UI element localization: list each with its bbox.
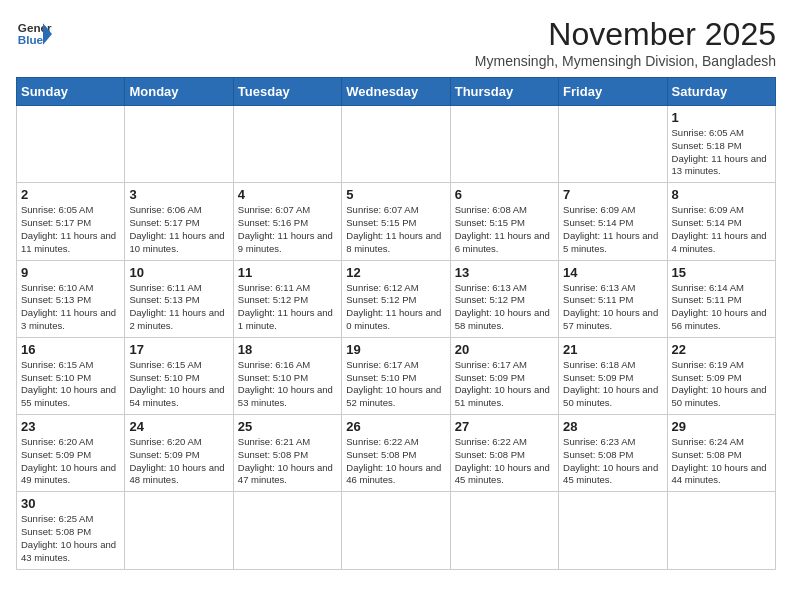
day-cell: 15Sunrise: 6:14 AM Sunset: 5:11 PM Dayli… — [667, 260, 775, 337]
day-number: 3 — [129, 187, 228, 202]
day-info: Sunrise: 6:09 AM Sunset: 5:14 PM Dayligh… — [672, 204, 771, 255]
day-number: 24 — [129, 419, 228, 434]
day-number: 8 — [672, 187, 771, 202]
day-cell: 11Sunrise: 6:11 AM Sunset: 5:12 PM Dayli… — [233, 260, 341, 337]
day-info: Sunrise: 6:06 AM Sunset: 5:17 PM Dayligh… — [129, 204, 228, 255]
day-info: Sunrise: 6:22 AM Sunset: 5:08 PM Dayligh… — [346, 436, 445, 487]
day-cell: 25Sunrise: 6:21 AM Sunset: 5:08 PM Dayli… — [233, 415, 341, 492]
day-cell — [125, 106, 233, 183]
day-number: 9 — [21, 265, 120, 280]
day-number: 13 — [455, 265, 554, 280]
day-number: 10 — [129, 265, 228, 280]
day-number: 6 — [455, 187, 554, 202]
day-info: Sunrise: 6:18 AM Sunset: 5:09 PM Dayligh… — [563, 359, 662, 410]
day-info: Sunrise: 6:15 AM Sunset: 5:10 PM Dayligh… — [21, 359, 120, 410]
day-cell: 22Sunrise: 6:19 AM Sunset: 5:09 PM Dayli… — [667, 337, 775, 414]
day-info: Sunrise: 6:05 AM Sunset: 5:17 PM Dayligh… — [21, 204, 120, 255]
day-number: 19 — [346, 342, 445, 357]
day-number: 2 — [21, 187, 120, 202]
week-row-2: 2Sunrise: 6:05 AM Sunset: 5:17 PM Daylig… — [17, 183, 776, 260]
weekday-header-wednesday: Wednesday — [342, 78, 450, 106]
day-cell: 7Sunrise: 6:09 AM Sunset: 5:14 PM Daylig… — [559, 183, 667, 260]
weekday-header-row: SundayMondayTuesdayWednesdayThursdayFrid… — [17, 78, 776, 106]
day-cell — [125, 492, 233, 569]
day-cell — [450, 492, 558, 569]
day-number: 4 — [238, 187, 337, 202]
day-cell — [17, 106, 125, 183]
day-number: 17 — [129, 342, 228, 357]
logo-icon: General Blue — [16, 16, 52, 52]
day-cell — [342, 106, 450, 183]
day-info: Sunrise: 6:08 AM Sunset: 5:15 PM Dayligh… — [455, 204, 554, 255]
day-number: 28 — [563, 419, 662, 434]
day-info: Sunrise: 6:25 AM Sunset: 5:08 PM Dayligh… — [21, 513, 120, 564]
day-info: Sunrise: 6:20 AM Sunset: 5:09 PM Dayligh… — [129, 436, 228, 487]
day-info: Sunrise: 6:07 AM Sunset: 5:15 PM Dayligh… — [346, 204, 445, 255]
day-info: Sunrise: 6:13 AM Sunset: 5:11 PM Dayligh… — [563, 282, 662, 333]
logo: General Blue — [16, 16, 52, 52]
day-cell: 12Sunrise: 6:12 AM Sunset: 5:12 PM Dayli… — [342, 260, 450, 337]
day-cell — [559, 106, 667, 183]
weekday-header-monday: Monday — [125, 78, 233, 106]
day-cell: 16Sunrise: 6:15 AM Sunset: 5:10 PM Dayli… — [17, 337, 125, 414]
day-number: 5 — [346, 187, 445, 202]
day-number: 29 — [672, 419, 771, 434]
day-cell: 5Sunrise: 6:07 AM Sunset: 5:15 PM Daylig… — [342, 183, 450, 260]
day-number: 18 — [238, 342, 337, 357]
day-number: 25 — [238, 419, 337, 434]
day-cell: 18Sunrise: 6:16 AM Sunset: 5:10 PM Dayli… — [233, 337, 341, 414]
day-cell: 4Sunrise: 6:07 AM Sunset: 5:16 PM Daylig… — [233, 183, 341, 260]
day-number: 23 — [21, 419, 120, 434]
weekday-header-tuesday: Tuesday — [233, 78, 341, 106]
week-row-1: 1Sunrise: 6:05 AM Sunset: 5:18 PM Daylig… — [17, 106, 776, 183]
weekday-header-friday: Friday — [559, 78, 667, 106]
weekday-header-saturday: Saturday — [667, 78, 775, 106]
day-info: Sunrise: 6:09 AM Sunset: 5:14 PM Dayligh… — [563, 204, 662, 255]
day-number: 14 — [563, 265, 662, 280]
title-section: November 2025 Mymensingh, Mymensingh Div… — [475, 16, 776, 69]
day-cell: 13Sunrise: 6:13 AM Sunset: 5:12 PM Dayli… — [450, 260, 558, 337]
day-number: 7 — [563, 187, 662, 202]
weekday-header-sunday: Sunday — [17, 78, 125, 106]
day-cell: 3Sunrise: 6:06 AM Sunset: 5:17 PM Daylig… — [125, 183, 233, 260]
day-cell: 26Sunrise: 6:22 AM Sunset: 5:08 PM Dayli… — [342, 415, 450, 492]
day-info: Sunrise: 6:19 AM Sunset: 5:09 PM Dayligh… — [672, 359, 771, 410]
day-info: Sunrise: 6:11 AM Sunset: 5:13 PM Dayligh… — [129, 282, 228, 333]
day-cell — [559, 492, 667, 569]
day-cell — [667, 492, 775, 569]
day-info: Sunrise: 6:15 AM Sunset: 5:10 PM Dayligh… — [129, 359, 228, 410]
day-info: Sunrise: 6:22 AM Sunset: 5:08 PM Dayligh… — [455, 436, 554, 487]
day-cell — [233, 106, 341, 183]
day-cell: 28Sunrise: 6:23 AM Sunset: 5:08 PM Dayli… — [559, 415, 667, 492]
day-info: Sunrise: 6:11 AM Sunset: 5:12 PM Dayligh… — [238, 282, 337, 333]
day-number: 20 — [455, 342, 554, 357]
day-cell: 23Sunrise: 6:20 AM Sunset: 5:09 PM Dayli… — [17, 415, 125, 492]
day-cell: 30Sunrise: 6:25 AM Sunset: 5:08 PM Dayli… — [17, 492, 125, 569]
day-number: 30 — [21, 496, 120, 511]
week-row-5: 23Sunrise: 6:20 AM Sunset: 5:09 PM Dayli… — [17, 415, 776, 492]
month-title: November 2025 — [475, 16, 776, 53]
day-info: Sunrise: 6:24 AM Sunset: 5:08 PM Dayligh… — [672, 436, 771, 487]
week-row-3: 9Sunrise: 6:10 AM Sunset: 5:13 PM Daylig… — [17, 260, 776, 337]
day-number: 22 — [672, 342, 771, 357]
day-info: Sunrise: 6:13 AM Sunset: 5:12 PM Dayligh… — [455, 282, 554, 333]
day-cell: 2Sunrise: 6:05 AM Sunset: 5:17 PM Daylig… — [17, 183, 125, 260]
day-cell — [450, 106, 558, 183]
day-cell: 29Sunrise: 6:24 AM Sunset: 5:08 PM Dayli… — [667, 415, 775, 492]
day-info: Sunrise: 6:20 AM Sunset: 5:09 PM Dayligh… — [21, 436, 120, 487]
week-row-6: 30Sunrise: 6:25 AM Sunset: 5:08 PM Dayli… — [17, 492, 776, 569]
day-cell: 9Sunrise: 6:10 AM Sunset: 5:13 PM Daylig… — [17, 260, 125, 337]
calendar-table: SundayMondayTuesdayWednesdayThursdayFrid… — [16, 77, 776, 570]
day-number: 26 — [346, 419, 445, 434]
day-number: 12 — [346, 265, 445, 280]
day-cell: 17Sunrise: 6:15 AM Sunset: 5:10 PM Dayli… — [125, 337, 233, 414]
day-info: Sunrise: 6:05 AM Sunset: 5:18 PM Dayligh… — [672, 127, 771, 178]
day-cell: 20Sunrise: 6:17 AM Sunset: 5:09 PM Dayli… — [450, 337, 558, 414]
day-info: Sunrise: 6:16 AM Sunset: 5:10 PM Dayligh… — [238, 359, 337, 410]
day-cell: 19Sunrise: 6:17 AM Sunset: 5:10 PM Dayli… — [342, 337, 450, 414]
day-number: 16 — [21, 342, 120, 357]
day-cell — [233, 492, 341, 569]
day-info: Sunrise: 6:17 AM Sunset: 5:09 PM Dayligh… — [455, 359, 554, 410]
day-number: 1 — [672, 110, 771, 125]
day-info: Sunrise: 6:23 AM Sunset: 5:08 PM Dayligh… — [563, 436, 662, 487]
